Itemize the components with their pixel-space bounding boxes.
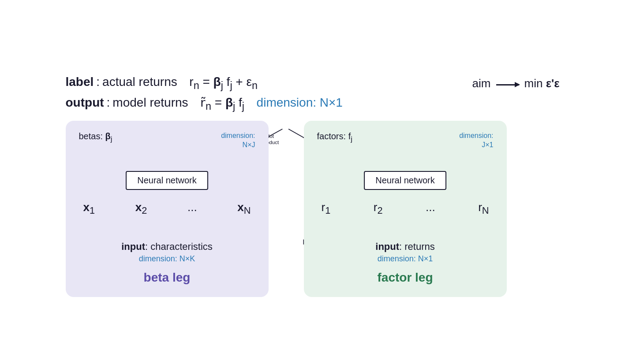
- actual-returns-text: actual returns: [102, 75, 177, 89]
- factor-nn-label: Neural network: [375, 175, 435, 185]
- factor-r1: r1: [322, 201, 331, 216]
- beta-input-keyword: input: [121, 241, 145, 252]
- factor-input-keyword: input: [375, 241, 399, 252]
- model-returns-text: model returns: [112, 96, 188, 110]
- beta-input-desc: : characteristics: [145, 241, 213, 252]
- beta-leg-header: betas: βj dimension: N×J: [79, 131, 255, 150]
- label-colon: :: [96, 75, 100, 89]
- beta-dimension: dimension: N×J: [221, 131, 255, 150]
- aim-arrow-icon: [496, 84, 519, 85]
- aim-min-text: min ε'ε: [524, 77, 560, 90]
- beta-nn-label: Neural network: [137, 175, 197, 185]
- factor-rn: rN: [478, 201, 489, 216]
- main-container: label : actual returns rn = βj fj + εn o…: [26, 67, 599, 297]
- factors-label: factors: fj: [317, 131, 352, 144]
- aim-text: aim: [472, 77, 491, 90]
- factor-dots: ...: [426, 201, 435, 214]
- beta-inputs: x1 x2 ... xN: [79, 201, 255, 216]
- factor-input-label: input: returns: [375, 241, 434, 253]
- beta-leg-box: betas: βj dimension: N×J Neural network …: [66, 121, 269, 297]
- rn-tilde-formula: r̃n = βj fj: [200, 95, 244, 112]
- beta-dots: ...: [187, 201, 197, 214]
- output-keyword: output: [66, 96, 104, 110]
- beta-x2: x2: [135, 201, 147, 216]
- output-colon: :: [107, 96, 110, 110]
- rn-formula: rn = βj fj + εn: [189, 75, 258, 92]
- factor-dimension: dimension: J×1: [459, 131, 493, 150]
- betas-label: betas: βj: [79, 131, 112, 144]
- beta-input-dimension: dimension: N×K: [139, 254, 195, 264]
- factor-nn-box: Neural network: [364, 171, 446, 190]
- factor-input-desc: : returns: [399, 241, 435, 252]
- factor-input-dimension: dimension: N×1: [378, 254, 433, 264]
- full-diagram: label : actual returns rn = βj fj + εn o…: [48, 67, 577, 297]
- beta-xn: xN: [237, 201, 251, 216]
- factor-inputs: r1 r2 ... rN: [317, 201, 494, 216]
- beta-nn-box: Neural network: [126, 171, 208, 190]
- output-dimension: dimension: N×1: [257, 96, 343, 110]
- beta-x1: x1: [83, 201, 95, 216]
- factor-leg-title: factor leg: [377, 271, 433, 285]
- beta-leg-title: beta leg: [144, 271, 191, 285]
- beta-input-label: input: characteristics: [121, 241, 213, 253]
- output-equation: output : model returns r̃n = βj fj dimen…: [66, 95, 560, 112]
- legs-container: betas: βj dimension: N×J Neural network …: [48, 121, 577, 297]
- aim-section: aim min ε'ε: [472, 77, 560, 90]
- label-keyword: label: [66, 75, 94, 89]
- factor-leg-header: factors: fj dimension: J×1: [317, 131, 494, 150]
- factor-leg-box: factors: fj dimension: J×1 Neural networ…: [304, 121, 507, 297]
- factor-r2: r2: [374, 201, 383, 216]
